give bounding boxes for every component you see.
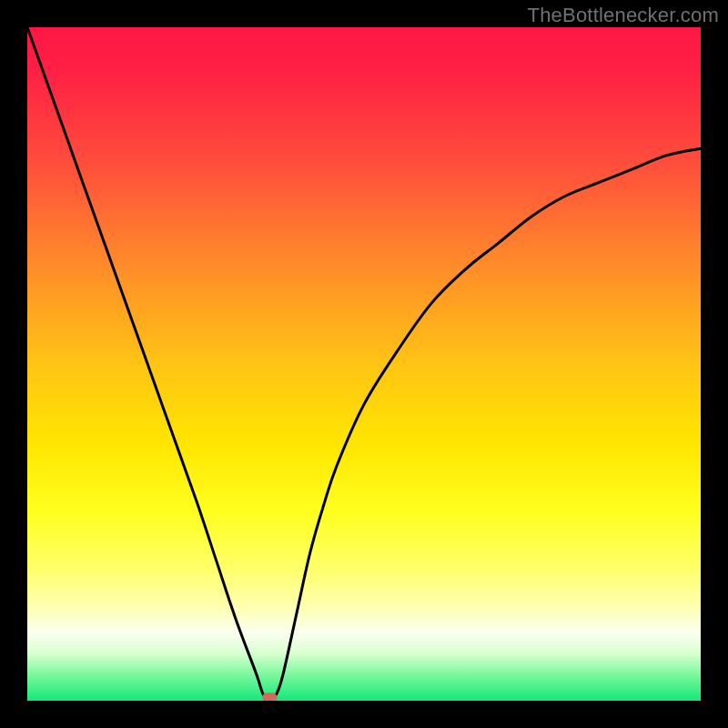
- minimum-marker: [262, 693, 277, 701]
- gradient-background: [27, 27, 701, 701]
- chart-frame: TheBottlenecker.com: [0, 0, 728, 728]
- chart-svg: [27, 27, 701, 701]
- plot-area: [27, 27, 701, 701]
- attribution-label: TheBottlenecker.com: [528, 4, 719, 27]
